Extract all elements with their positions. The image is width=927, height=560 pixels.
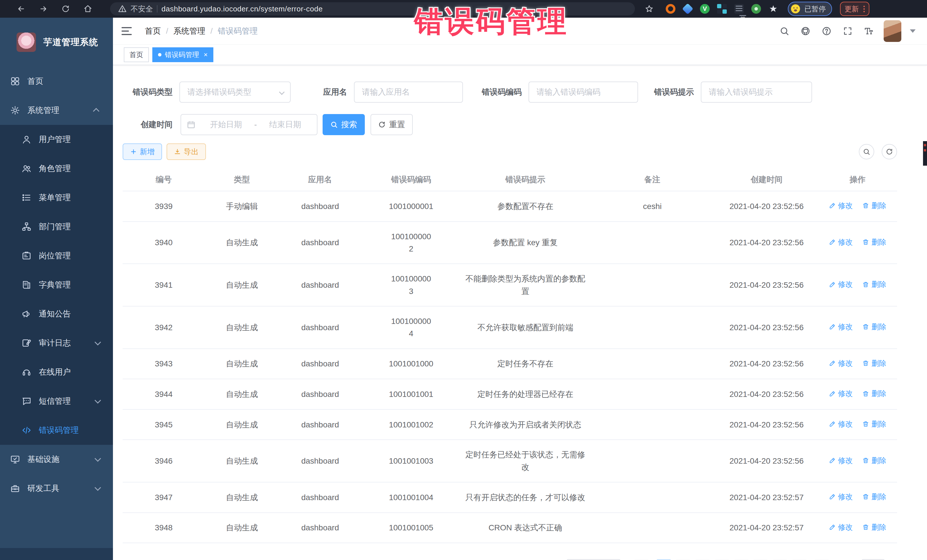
breadcrumb-system[interactable]: 系统管理 [173, 26, 205, 36]
chevron-down-icon[interactable] [910, 29, 916, 33]
sidebar-item-system-management[interactable]: 系统管理 [0, 96, 113, 125]
search-icon[interactable] [778, 25, 791, 37]
refresh-icon [886, 148, 893, 155]
browser-home-icon[interactable] [82, 3, 94, 15]
table-row: 3947 自动生成 dashboard 1001001004 只有开启状态的任务… [123, 482, 897, 513]
download-icon [174, 148, 181, 155]
sidebar-item-audit-log[interactable]: 审计日志 [0, 328, 113, 358]
browser-back-icon[interactable] [15, 3, 27, 15]
edit-link[interactable]: 修改 [829, 237, 853, 248]
extension-icon[interactable]: V [700, 4, 710, 14]
browser-profile-button[interactable]: 已暂停 [788, 2, 832, 16]
tab-home[interactable]: 首页 [124, 47, 149, 62]
extension-icon[interactable]: on [734, 4, 744, 14]
error-code-table: 编号类型应用名错误码编码错误码提示备注创建时间操作 3939 手动编辑 dash… [123, 168, 897, 543]
extension-icon[interactable] [717, 4, 727, 14]
error-type-label: 错误码类型 [123, 87, 173, 97]
extension-icon[interactable] [751, 4, 761, 14]
sidebar-item-notice-announcement[interactable]: 通知公告 [0, 299, 113, 328]
edit-link[interactable]: 修改 [829, 455, 853, 466]
column-header: 错误码提示 [461, 168, 590, 191]
date-range-picker[interactable]: 开始日期 - 结束日期 [181, 114, 318, 135]
trash-icon [862, 239, 869, 246]
refresh-button[interactable] [881, 144, 897, 159]
search-button[interactable]: 搜索 [322, 114, 365, 135]
edit-link[interactable]: 修改 [829, 358, 853, 369]
sidebar-item-role-management[interactable]: 角色管理 [0, 154, 113, 183]
github-icon[interactable] [799, 25, 812, 37]
export-button[interactable]: 导出 [167, 143, 206, 160]
error-hint-input[interactable] [701, 82, 812, 103]
system-management-submenu: 用户管理 角色管理 菜单管理 部门管理 岗位管理 字典管理 通知公告 审计日志 … [0, 125, 113, 445]
edit-pencil-icon [829, 360, 836, 367]
edit-link[interactable]: 修改 [829, 388, 853, 399]
app-name-input[interactable] [354, 82, 463, 103]
app-logo-row[interactable]: 芋道管理系统 [0, 18, 113, 67]
sidebar-item-post-management[interactable]: 岗位管理 [0, 241, 113, 270]
edit-link[interactable]: 修改 [829, 522, 853, 533]
sidebar-item-sms-management[interactable]: 短信管理 [0, 387, 113, 416]
font-size-icon[interactable] [863, 25, 875, 37]
extension-icon[interactable] [683, 4, 693, 14]
sidebar-item-infrastructure[interactable]: 基础设施 [0, 445, 113, 474]
breadcrumb-home[interactable]: 首页 [145, 26, 161, 36]
sidebar-item-dict-management[interactable]: 字典管理 [0, 270, 113, 299]
add-button[interactable]: 新增 [123, 143, 162, 160]
edit-link[interactable]: 修改 [829, 200, 853, 211]
extension-icon[interactable] [768, 4, 778, 14]
delete-link[interactable]: 删除 [862, 237, 886, 248]
table-row: 3944 自动生成 dashboard 1001001001 定时任务的处理器已… [123, 379, 897, 410]
delete-link[interactable]: 删除 [862, 455, 886, 466]
sidebar-item-online-users[interactable]: 在线用户 [0, 358, 113, 387]
start-date-placeholder[interactable]: 开始日期 [200, 119, 252, 130]
divider [157, 5, 158, 12]
error-code-input[interactable] [529, 82, 638, 103]
delete-link[interactable]: 删除 [862, 321, 886, 332]
chevron-down-icon [95, 397, 101, 404]
delete-link[interactable]: 删除 [862, 200, 886, 211]
url-text[interactable]: dashboard.yudao.iocoder.cn/system/error-… [161, 5, 322, 14]
chevron-down-icon [95, 455, 101, 462]
user-avatar[interactable] [884, 20, 901, 42]
delete-link[interactable]: 删除 [862, 388, 886, 399]
edit-pencil-icon [829, 281, 836, 288]
fullscreen-icon[interactable] [842, 25, 854, 37]
help-icon[interactable] [820, 25, 833, 37]
table-header-row: 编号类型应用名错误码编码错误码提示备注创建时间操作 [123, 168, 897, 191]
delete-link[interactable]: 删除 [862, 418, 886, 430]
delete-link[interactable]: 删除 [862, 279, 886, 290]
bookmark-star-icon[interactable] [643, 3, 655, 15]
extension-icon[interactable] [666, 4, 675, 14]
error-type-select[interactable] [179, 82, 291, 103]
sidebar-item-error-code-management[interactable]: 错误码管理 [0, 416, 113, 445]
edit-link[interactable]: 修改 [829, 321, 853, 332]
delete-link[interactable]: 删除 [862, 491, 886, 502]
sidebar-item-dev-tools[interactable]: 研发工具 [0, 474, 113, 503]
delete-link[interactable]: 删除 [862, 522, 886, 533]
sidebar-collapse-icon[interactable] [122, 26, 133, 36]
browser-forward-icon[interactable] [37, 3, 50, 15]
close-icon[interactable]: × [204, 51, 208, 58]
app-name-label: 应用名 [316, 87, 347, 97]
tab-error-code-management[interactable]: 错误码管理 × [152, 47, 213, 62]
toggle-search-button[interactable] [859, 144, 874, 159]
end-date-placeholder[interactable]: 结束日期 [259, 119, 311, 130]
sidebar-item-menu-management[interactable]: 菜单管理 [0, 183, 113, 212]
sidebar-item-dept-management[interactable]: 部门管理 [0, 212, 113, 241]
toolbox-icon [10, 484, 20, 493]
reset-button[interactable]: 重置 [371, 114, 413, 135]
edit-link[interactable]: 修改 [829, 418, 853, 430]
edit-pencil-icon [829, 420, 836, 427]
sidebar-item-home[interactable]: 首页 [0, 67, 113, 96]
chevron-down-icon [95, 339, 101, 346]
browser-update-button[interactable]: 更新 [840, 2, 869, 16]
sidebar-item-user-management[interactable]: 用户管理 [0, 125, 113, 154]
edit-link[interactable]: 修改 [829, 491, 853, 502]
browser-menu-icon[interactable] [863, 6, 865, 12]
browser-reload-icon[interactable] [59, 3, 72, 15]
edit-link[interactable]: 修改 [829, 279, 853, 290]
watermark-text: 错误码管理 [414, 2, 568, 41]
delete-link[interactable]: 删除 [862, 358, 886, 369]
edit-pencil-icon [829, 202, 836, 209]
monitor-icon [10, 454, 20, 464]
